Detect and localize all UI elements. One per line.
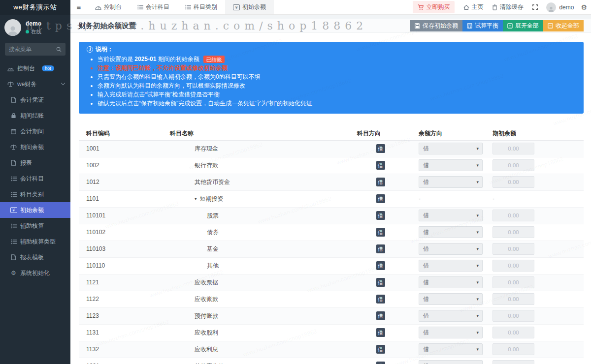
avatar[interactable] bbox=[4, 19, 21, 36]
table-row-1122: 1122应收账款借借▾ bbox=[79, 291, 584, 307]
opening-balance-input[interactable] bbox=[492, 360, 534, 364]
balance-direction-select[interactable]: 借▾ bbox=[419, 360, 483, 364]
hamburger-menu-icon[interactable]: ≡ bbox=[70, 0, 87, 14]
opening-balance-input[interactable] bbox=[492, 226, 534, 238]
balance-direction-select[interactable]: 借▾ bbox=[419, 343, 483, 355]
buy-now-button[interactable]: 立即购买 bbox=[413, 1, 455, 13]
tab-控制台[interactable]: 控制台 bbox=[87, 0, 130, 14]
tab-初始余额[interactable]: ¥初始余额 bbox=[225, 0, 274, 14]
scale-icon bbox=[6, 81, 15, 87]
sidebar-item-初始余额[interactable]: ¥初始余额 bbox=[0, 202, 70, 218]
navbar-username[interactable]: demo bbox=[559, 4, 574, 11]
column-header-余额方向: 余额方向 bbox=[411, 127, 485, 140]
subject-direction-badge: 借 bbox=[376, 244, 385, 253]
subject-direction-badge: 借 bbox=[376, 144, 385, 153]
table-row-110103: 110103基金借借▾ bbox=[79, 241, 584, 257]
select-caret-icon: ▾ bbox=[476, 163, 479, 168]
sidebar-search[interactable] bbox=[5, 43, 66, 56]
opening-balance-input[interactable] bbox=[492, 343, 534, 355]
list-icon bbox=[185, 4, 191, 10]
sidebar-item-科目类别[interactable]: 科目类别 bbox=[0, 186, 70, 202]
subject-name-label: 债券 bbox=[207, 228, 219, 237]
收起全部-button[interactable]: 收起全部 bbox=[543, 20, 584, 31]
list-icon bbox=[9, 192, 18, 197]
展开全部-button[interactable]: 展开全部 bbox=[503, 20, 543, 31]
clear-cache-link[interactable]: 清除缓存 bbox=[492, 3, 523, 11]
opening-balance-input[interactable] bbox=[492, 276, 534, 288]
opening-balance-input[interactable] bbox=[492, 310, 534, 322]
cart-icon bbox=[418, 4, 424, 10]
collapse-caret-icon[interactable]: ▾ bbox=[195, 196, 197, 201]
sidebar-item-we财务[interactable]: we财务 bbox=[0, 76, 70, 92]
select-caret-icon: ▾ bbox=[476, 146, 479, 151]
select-value: 借 bbox=[423, 329, 429, 337]
table-row-1101: 1101▾短期投资借-- bbox=[79, 190, 584, 207]
balance-direction-select[interactable]: 借▾ bbox=[419, 260, 483, 272]
sidebar-item-报表模板[interactable]: 报表模板 bbox=[0, 249, 70, 265]
sidebar-item-辅助核算[interactable]: 辅助核算 bbox=[0, 218, 70, 234]
tab-会计科目[interactable]: 会计科目 bbox=[130, 0, 177, 14]
navbar-avatar[interactable] bbox=[546, 2, 556, 12]
sidebar-item-会计科目[interactable]: 会计科目 bbox=[0, 171, 70, 186]
opening-balance-input[interactable] bbox=[492, 327, 534, 338]
subject-name-label: 库存现金 bbox=[195, 145, 218, 153]
search-icon[interactable] bbox=[56, 47, 62, 52]
opening-balance-input[interactable] bbox=[492, 243, 534, 255]
subject-name: 应收股利 bbox=[170, 329, 350, 337]
opening-balance-input[interactable] bbox=[492, 260, 534, 272]
balance-direction-select[interactable]: 借▾ bbox=[419, 276, 483, 288]
opening-balance-input[interactable] bbox=[492, 143, 534, 154]
opening-balance-input[interactable] bbox=[492, 210, 534, 221]
yen-icon: ¥ bbox=[233, 4, 240, 10]
sidebar-item-会计期间[interactable]: 会计期间 bbox=[0, 123, 70, 139]
subject-name-label: 应收账款 bbox=[195, 295, 218, 303]
list-icon bbox=[9, 239, 18, 244]
balance-direction-select[interactable]: 借▾ bbox=[419, 327, 483, 338]
opening-balance-input[interactable] bbox=[492, 293, 534, 305]
subject-name: 股票 bbox=[170, 212, 350, 220]
subject-code: 110101 bbox=[79, 207, 163, 224]
balance-direction-select[interactable]: 借▾ bbox=[419, 143, 483, 154]
subject-name-label: 应收票据 bbox=[195, 278, 218, 287]
balance-direction-select[interactable]: 借▾ bbox=[419, 210, 483, 221]
dashboard-icon bbox=[95, 4, 101, 10]
select-value: 借 bbox=[423, 145, 429, 153]
tab-label: 初始余额 bbox=[242, 3, 266, 11]
select-caret-icon: ▾ bbox=[476, 330, 479, 335]
tab-科目类别[interactable]: 科目类别 bbox=[177, 0, 225, 14]
balance-direction-select[interactable]: 借▾ bbox=[419, 293, 483, 305]
gear-icon[interactable]: ⚙ bbox=[581, 3, 587, 11]
subject-name[interactable]: ▾短期投资 bbox=[170, 195, 350, 203]
balance-direction-select[interactable]: 借▾ bbox=[419, 310, 483, 322]
保存初始余额-button[interactable]: 保存初始余额 bbox=[410, 20, 462, 31]
balance-direction-select[interactable]: 借▾ bbox=[419, 159, 483, 171]
opening-balance-input[interactable] bbox=[492, 159, 534, 171]
subject-name: 基金 bbox=[170, 245, 350, 253]
online-status: 在线 bbox=[26, 29, 41, 35]
chevron-down-icon bbox=[61, 81, 65, 85]
sidebar-item-辅助核算类型[interactable]: 辅助核算类型 bbox=[0, 234, 70, 249]
sidebar-item-期间结账[interactable]: 期间结账 bbox=[0, 108, 70, 123]
select-caret-icon: ▾ bbox=[476, 213, 479, 218]
home-link[interactable]: 主页 bbox=[463, 3, 483, 11]
试算平衡-button[interactable]: 试算平衡 bbox=[462, 20, 503, 31]
opening-balance-input[interactable] bbox=[492, 176, 534, 188]
balance-direction-select[interactable]: 借▾ bbox=[419, 226, 483, 238]
subject-name: 应收利息 bbox=[170, 345, 350, 354]
sidebar-item-期间余额[interactable]: 期间余额 bbox=[0, 139, 70, 155]
sidebar-item-控制台[interactable]: 控制台hot bbox=[0, 61, 70, 76]
sidebar-item-label: 期间余额 bbox=[20, 143, 44, 152]
subject-direction-badge: 借 bbox=[376, 194, 385, 203]
sidebar-item-报表[interactable]: 报表 bbox=[0, 155, 70, 171]
select-value: 借 bbox=[423, 245, 429, 253]
subject-direction-badge: 借 bbox=[376, 261, 385, 270]
select-value: 借 bbox=[423, 278, 429, 287]
sidebar-item-会计凭证[interactable]: 会计凭证 bbox=[0, 92, 70, 108]
balance-direction-select[interactable]: 借▾ bbox=[419, 176, 483, 188]
sidebar-item-系统初始化[interactable]: ⚙系统初始化 bbox=[0, 265, 70, 281]
fullscreen-icon[interactable] bbox=[532, 4, 538, 10]
balance-direction-select[interactable]: 借▾ bbox=[419, 243, 483, 255]
closed-badge: 已结账 bbox=[203, 56, 225, 63]
search-input[interactable] bbox=[9, 46, 56, 52]
table-row-110110: 110110其他借借▾ bbox=[79, 257, 584, 274]
